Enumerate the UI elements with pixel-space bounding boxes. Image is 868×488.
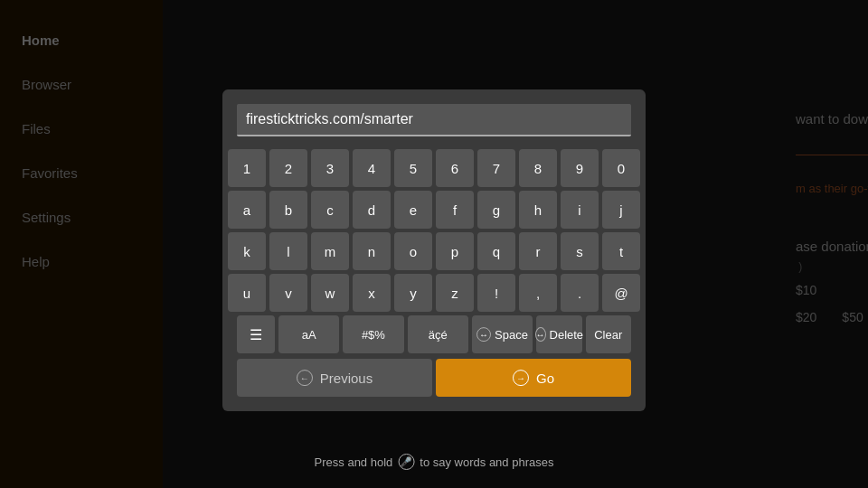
- key-space[interactable]: ↔Space: [472, 315, 533, 353]
- key-u[interactable]: u: [228, 274, 266, 312]
- go-icon: →: [513, 370, 529, 386]
- key-5[interactable]: 5: [394, 149, 432, 187]
- url-bar: [237, 104, 631, 136]
- alpha-row-2: k l m n o p q r s t: [237, 232, 631, 270]
- key-period[interactable]: .: [561, 274, 599, 312]
- key-c[interactable]: c: [311, 191, 349, 229]
- alpha-row-3: u v w x y z ! , . @: [237, 274, 631, 312]
- key-g[interactable]: g: [477, 191, 515, 229]
- key-7[interactable]: 7: [477, 149, 515, 187]
- hint-text-after: to say words and phrases: [420, 455, 553, 469]
- key-9[interactable]: 9: [561, 149, 599, 187]
- go-label: Go: [536, 371, 554, 386]
- key-comma[interactable]: ,: [519, 274, 557, 312]
- key-delete[interactable]: ↔Delete: [536, 315, 581, 353]
- key-exclaim[interactable]: !: [477, 274, 515, 312]
- key-1[interactable]: 1: [228, 149, 266, 187]
- number-row: 1 2 3 4 5 6 7 8 9 0: [237, 149, 631, 187]
- key-s[interactable]: s: [561, 232, 599, 270]
- key-a[interactable]: a: [228, 191, 266, 229]
- keyboard: 1 2 3 4 5 6 7 8 9 0 a b c d e f g h i j …: [237, 149, 631, 353]
- key-q[interactable]: q: [477, 232, 515, 270]
- key-8[interactable]: 8: [519, 149, 557, 187]
- keyboard-dialog: 1 2 3 4 5 6 7 8 9 0 a b c d e f g h i j …: [222, 89, 646, 411]
- key-m[interactable]: m: [311, 232, 349, 270]
- key-r[interactable]: r: [519, 232, 557, 270]
- key-0[interactable]: 0: [602, 149, 640, 187]
- key-d[interactable]: d: [353, 191, 391, 229]
- key-4[interactable]: 4: [353, 149, 391, 187]
- key-o[interactable]: o: [394, 232, 432, 270]
- key-e[interactable]: e: [394, 191, 432, 229]
- key-y[interactable]: y: [394, 274, 432, 312]
- key-k[interactable]: k: [228, 232, 266, 270]
- key-h[interactable]: h: [519, 191, 557, 229]
- special-row: ☰ aA #$% äçé ↔Space ↔Delete Clear: [237, 315, 631, 353]
- previous-button[interactable]: ← Previous: [237, 359, 432, 397]
- key-clear[interactable]: Clear: [586, 315, 631, 353]
- previous-label: Previous: [320, 371, 373, 386]
- key-f[interactable]: f: [436, 191, 474, 229]
- url-input[interactable]: [246, 111, 622, 127]
- previous-icon: ←: [297, 370, 313, 386]
- key-2[interactable]: 2: [269, 149, 307, 187]
- key-x[interactable]: x: [353, 274, 391, 312]
- key-b[interactable]: b: [269, 191, 307, 229]
- action-row: ← Previous → Go: [237, 359, 631, 397]
- key-t[interactable]: t: [602, 232, 640, 270]
- key-n[interactable]: n: [353, 232, 391, 270]
- key-v[interactable]: v: [269, 274, 307, 312]
- hint-bar: Press and hold 🎤 to say words and phrase…: [315, 454, 554, 470]
- key-l[interactable]: l: [269, 232, 307, 270]
- key-i[interactable]: i: [561, 191, 599, 229]
- key-w[interactable]: w: [311, 274, 349, 312]
- key-symbols[interactable]: #$%: [343, 315, 403, 353]
- mic-icon: 🎤: [398, 454, 414, 470]
- key-z[interactable]: z: [436, 274, 474, 312]
- go-button[interactable]: → Go: [436, 359, 631, 397]
- key-accents[interactable]: äçé: [408, 315, 468, 353]
- key-j[interactable]: j: [602, 191, 640, 229]
- key-p[interactable]: p: [436, 232, 474, 270]
- key-at[interactable]: @: [602, 274, 640, 312]
- hint-text-before: Press and hold: [315, 455, 393, 469]
- key-menu-icon[interactable]: ☰: [237, 315, 275, 353]
- alpha-row-1: a b c d e f g h i j: [237, 191, 631, 229]
- key-6[interactable]: 6: [436, 149, 474, 187]
- key-3[interactable]: 3: [311, 149, 349, 187]
- key-case[interactable]: aA: [278, 315, 339, 353]
